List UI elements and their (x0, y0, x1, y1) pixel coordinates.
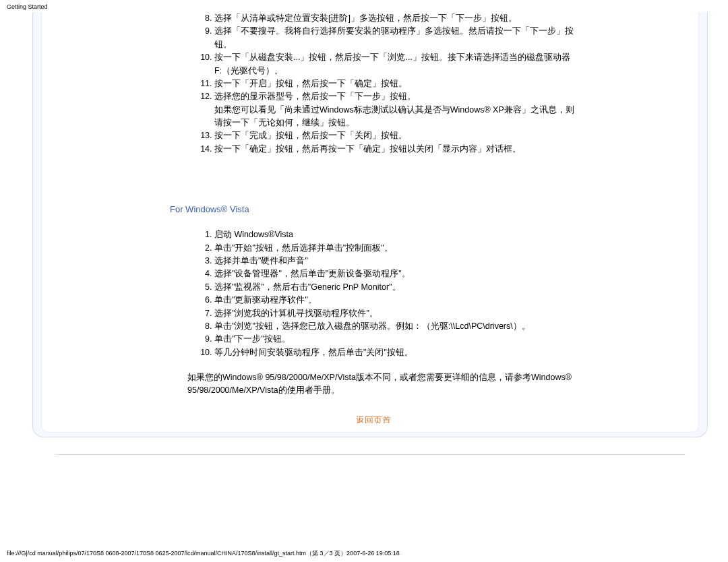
list-item: 按一下「从磁盘安装...」按钮，然后按一下「浏览...」按钮。接下来请选择适当的… (214, 51, 577, 77)
instruction-list-xp: 选择「从清单或特定位置安装[进阶]」多选按钮，然后按一下「下一步」按钮。选择「不… (170, 12, 577, 156)
separator-line (55, 454, 685, 455)
list-item: 按一下「完成」按钮，然后按一下「关闭」按钮。 (214, 129, 577, 142)
content-panel: 选择「从清单或特定位置安装[进阶]」多选按钮，然后按一下「下一步」按钮。选择「不… (41, 12, 699, 426)
footer-path: file:///G|/cd manual/philips/07/170S8 06… (7, 549, 400, 558)
frame-bottom-inner (41, 423, 699, 433)
content-frame: 选择「从清单或特定位置安装[进阶]」多选按钮，然后按一下「下一步」按钮。选择「不… (32, 12, 708, 426)
list-item: 选择并单击"硬件和声音" (214, 255, 577, 268)
list-item: 选择"设备管理器"，然后单击"更新设备驱动程序"。 (214, 268, 577, 280)
list-item: 选择"浏览我的计算机寻找驱动程序软件"。 (214, 307, 577, 320)
list-item: 按一下「开启」按钮，然后按一下「确定」按钮。 (214, 77, 577, 90)
list-item: 单击"更新驱动程序软件"。 (214, 294, 577, 307)
list-item: 选择您的显示器型号，然后按一下「下一步」按钮。 如果您可以看见「尚未通过Wind… (214, 90, 577, 129)
list-item: 单击"浏览"按钮，选择您已放入磁盘的驱动器。例如：（光驱:\\Lcd\PC\dr… (214, 320, 577, 333)
footnote-paragraph: 如果您的Windows® 95/98/2000/Me/XP/Vista版本不同，… (187, 371, 577, 398)
list-item: 选择「不要搜寻。我将自行选择所要安装的驱动程序」多选按钮。然后请按一下「下一步」… (214, 25, 577, 51)
list-item: 选择「从清单或特定位置安装[进阶]」多选按钮，然后按一下「下一步」按钮。 (214, 12, 577, 25)
list-item: 单击"下一步"按钮。 (214, 333, 577, 346)
list-item: 启动 Windows®Vista (214, 228, 577, 241)
list-item: 选择"监视器"，然后右击"Generic PnP Monitor"。 (214, 281, 577, 294)
instruction-list-vista: 启动 Windows®Vista单击"开始"按钮，然后选择并单击"控制面板"。选… (170, 228, 577, 359)
page-header-label: Getting Started (7, 3, 48, 10)
section-title-vista: For Windows® Vista (170, 203, 577, 216)
list-item: 按一下「确定」按钮，然后再按一下「确定」按钮以关闭「显示内容」对话框。 (214, 143, 577, 156)
content-area: 选择「从清单或特定位置安装[进阶]」多选按钮，然后按一下「下一步」按钮。选择「不… (42, 12, 698, 427)
list-item: 等几分钟时间安装驱动程序，然后单击"关闭"按钮。 (214, 346, 577, 359)
frame-bottom-cap (32, 426, 708, 437)
list-item: 单击"开始"按钮，然后选择并单击"控制面板"。 (214, 242, 577, 255)
